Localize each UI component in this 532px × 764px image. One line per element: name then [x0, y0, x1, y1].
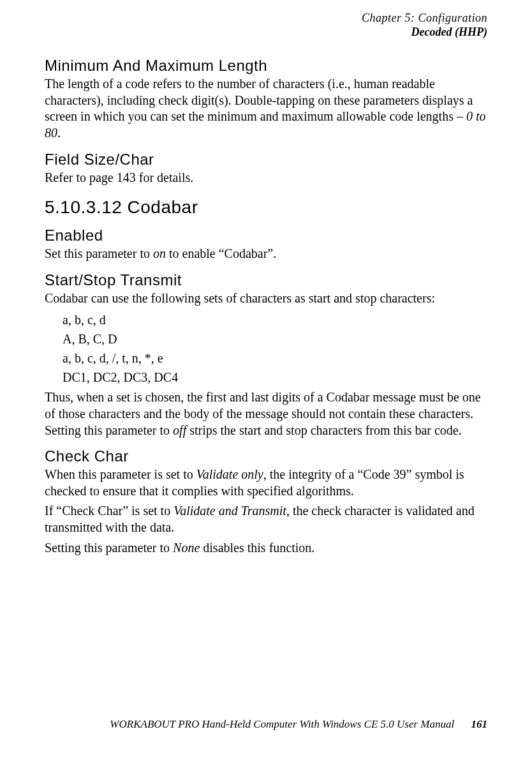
list-item: A, B, C, D — [63, 329, 487, 348]
text: disables this function. — [200, 541, 314, 555]
footer-text: WORKABOUT PRO Hand-Held Computer With Wi… — [110, 718, 454, 730]
header-section: Decoded (HHP) — [45, 26, 487, 40]
para-check-char-3: Setting this parameter to None disables … — [45, 540, 487, 557]
header-chapter: Chapter 5: Configuration — [45, 11, 487, 26]
para-check-char-1: When this parameter is set to Validate o… — [45, 467, 487, 499]
list-item: DC1, DC2, DC3, DC4 — [63, 368, 487, 387]
text-italic: on — [153, 246, 166, 260]
list-item: a, b, c, d, /, t, n, *, e — [63, 348, 487, 368]
heading-min-max-length: Minimum And Maximum Length — [45, 57, 487, 75]
text-italic: off — [173, 423, 186, 437]
text: If “Check Char” is set to — [45, 504, 174, 518]
page-footer: WORKABOUT PRO Hand-Held Computer With Wi… — [110, 718, 487, 731]
start-stop-char-list: a, b, c, d A, B, C, D a, b, c, d, /, t, … — [45, 310, 487, 387]
text: to enable “Codabar”. — [166, 246, 276, 260]
text: Setting this parameter to — [45, 541, 173, 555]
page: Chapter 5: Configuration Decoded (HHP) M… — [0, 0, 532, 764]
para-check-char-2: If “Check Char” is set to Validate and T… — [45, 503, 487, 536]
para-enabled: Set this parameter to on to enable “Coda… — [45, 246, 487, 262]
para-start-stop-intro: Codabar can use the following sets of ch… — [45, 290, 487, 307]
heading-enabled: Enabled — [45, 227, 487, 244]
text: strips the start and stop characters fro… — [186, 423, 462, 437]
heading-start-stop-transmit: Start/Stop Transmit — [45, 271, 487, 289]
list-item: a, b, c, d — [63, 310, 487, 329]
page-number: 161 — [471, 718, 488, 730]
text: When this parameter is set to — [45, 467, 196, 481]
para-start-stop-desc: Thus, when a set is chosen, the first an… — [45, 389, 487, 438]
heading-field-size-char: Field Size/Char — [45, 151, 487, 169]
text-italic: Validate only — [196, 467, 263, 481]
text: Set this parameter to — [45, 246, 153, 260]
text: . — [57, 126, 61, 140]
page-header: Chapter 5: Configuration Decoded (HHP) — [45, 11, 487, 39]
para-min-max-length: The length of a code refers to the numbe… — [45, 76, 487, 141]
text-italic: Validate and Transmit — [174, 504, 286, 518]
text-italic: None — [173, 541, 200, 555]
heading-check-char: Check Char — [45, 447, 487, 465]
text: The length of a code refers to the numbe… — [45, 77, 473, 123]
para-field-size-char: Refer to page 143 for details. — [45, 170, 487, 186]
heading-codabar: 5.10.3.12 Codabar — [45, 197, 487, 218]
